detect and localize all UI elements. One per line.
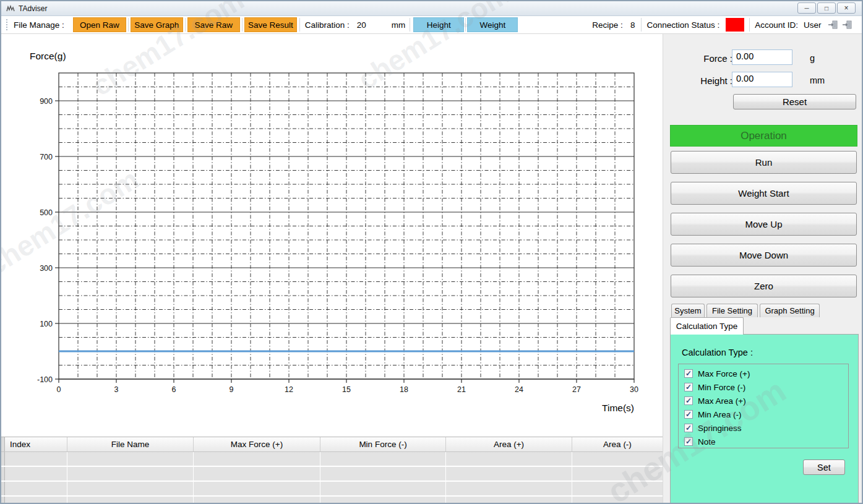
table-cell (194, 467, 320, 481)
column-header-min-force[interactable]: Min Force (-) (320, 437, 446, 451)
height-readout-field[interactable]: 0.00 (732, 72, 792, 87)
checkbox-icon[interactable]: ✓ (684, 369, 693, 378)
calc-type-item: ✓Springiness (684, 421, 848, 435)
save-result-button[interactable]: Save Result (244, 17, 297, 32)
open-raw-button[interactable]: Open Raw (73, 17, 126, 32)
toolbar-separator (410, 18, 410, 32)
svg-text:27: 27 (572, 385, 581, 394)
table-cell (194, 482, 320, 495)
svg-text:500: 500 (40, 208, 53, 217)
move-up-button[interactable]: Move Up (671, 213, 857, 236)
checkbox-icon[interactable]: ✓ (684, 383, 693, 391)
reset-button[interactable]: Reset (733, 94, 856, 109)
table-cell (5, 497, 67, 504)
calc-type-item: ✓Max Area (+) (684, 394, 848, 408)
table-cell (446, 467, 572, 481)
calculation-type-listbox: ✓Max Force (+)✓Min Force (-)✓Max Area (+… (678, 364, 849, 448)
tab-file-setting[interactable]: File Setting (706, 304, 758, 317)
toolbar-separator (185, 18, 186, 32)
checkbox-icon[interactable]: ✓ (684, 396, 693, 405)
table-header-row: Index File Name Max Force (+) Min Force … (1, 437, 663, 452)
move-down-button[interactable]: Move Down (671, 244, 857, 267)
login-icon[interactable] (828, 20, 838, 30)
maximize-button[interactable]: □ (817, 2, 836, 14)
calculation-type-panel: Calculation Type : ✓Max Force (+)✓Min Fo… (670, 334, 859, 504)
minimize-button[interactable]: ─ (797, 2, 816, 14)
window-title: TAdviser (19, 4, 47, 13)
window-controls: ─ □ × (797, 2, 856, 14)
logout-icon[interactable] (842, 20, 852, 30)
tab-calculation-type[interactable]: Calculation Type (670, 317, 744, 335)
height-button[interactable]: Height (413, 17, 464, 32)
table-cell (446, 482, 572, 495)
weight-button[interactable]: Weight (467, 17, 518, 32)
svg-text:9: 9 (230, 385, 234, 394)
svg-text:6: 6 (172, 385, 176, 394)
svg-text:100: 100 (40, 320, 53, 328)
svg-text:700: 700 (40, 153, 53, 161)
table-row[interactable] (1, 482, 663, 497)
toolbar-separator (128, 18, 129, 32)
table-cell (320, 452, 446, 466)
column-header-file-name[interactable]: File Name (67, 437, 194, 451)
column-header-area-minus[interactable]: Area (-) (572, 437, 663, 451)
calculation-type-label: Calculation Type : (682, 348, 753, 357)
checkbox-icon[interactable]: ✓ (684, 424, 693, 432)
save-raw-button[interactable]: Save Raw (187, 17, 240, 32)
table-cell (194, 497, 320, 504)
table-cell (446, 452, 572, 466)
svg-text:900: 900 (40, 97, 53, 106)
svg-text:30: 30 (630, 385, 638, 394)
column-header-area-plus[interactable]: Area (+) (446, 437, 572, 451)
column-header-max-force[interactable]: Max Force (+) (194, 437, 320, 451)
calc-type-item-label: Min Force (-) (698, 383, 745, 392)
toolbar-separator (242, 18, 243, 32)
toolbar-grip[interactable] (6, 19, 9, 30)
connection-status-indicator (726, 18, 744, 32)
toolbar-separator (299, 18, 300, 32)
set-button[interactable]: Set (803, 459, 845, 475)
run-button[interactable]: Run (671, 151, 857, 174)
recipe-label: Recipe : (592, 20, 623, 30)
operation-header: Operation (670, 125, 857, 147)
table-cell (572, 482, 663, 495)
tab-system[interactable]: System (671, 304, 705, 317)
checkbox-icon[interactable]: ✓ (684, 410, 693, 419)
table-row[interactable] (1, 467, 663, 482)
close-button[interactable]: × (837, 2, 856, 14)
weight-start-button[interactable]: Weight Start (671, 182, 857, 205)
calc-type-item: ✓Note (684, 435, 848, 448)
table-cell (320, 467, 446, 481)
calc-type-item: ✓Min Force (-) (684, 380, 848, 394)
toolbar-separator (465, 18, 466, 32)
table-cell (320, 482, 446, 495)
svg-text:0: 0 (57, 385, 61, 394)
svg-text:300: 300 (40, 264, 53, 273)
calibration-label: Calibration : (305, 20, 350, 30)
table-row[interactable] (1, 452, 663, 467)
column-header-index[interactable]: Index (5, 437, 67, 451)
svg-text:15: 15 (342, 385, 351, 394)
calc-type-item: ✓Max Force (+) (684, 367, 848, 380)
svg-text:18: 18 (400, 385, 408, 394)
svg-text:-100: -100 (37, 375, 53, 384)
svg-text:Force(g): Force(g) (30, 51, 66, 61)
table-cell (5, 452, 67, 466)
recipe-value: 8 (630, 20, 635, 30)
table-cell (572, 452, 663, 466)
table-cell (67, 497, 194, 504)
calibration-input[interactable]: 20 (357, 20, 392, 30)
table-cell (5, 482, 67, 495)
title-bar: TAdviser ─ □ × (1, 1, 862, 16)
svg-text:12: 12 (285, 385, 293, 394)
calibration-unit: mm (392, 20, 406, 30)
table-row[interactable] (1, 497, 663, 504)
table-cell (572, 497, 663, 504)
checkbox-icon[interactable]: ✓ (684, 437, 693, 446)
table-cell (194, 452, 320, 466)
save-graph-button[interactable]: Save Graph (131, 17, 183, 32)
zero-button[interactable]: Zero (671, 275, 857, 297)
force-time-chart: 900700500300100-100036912151821242730For… (1, 34, 663, 437)
force-readout-field[interactable]: 0.00 (732, 49, 792, 65)
tab-graph-setting[interactable]: Graph Setting (760, 304, 820, 317)
